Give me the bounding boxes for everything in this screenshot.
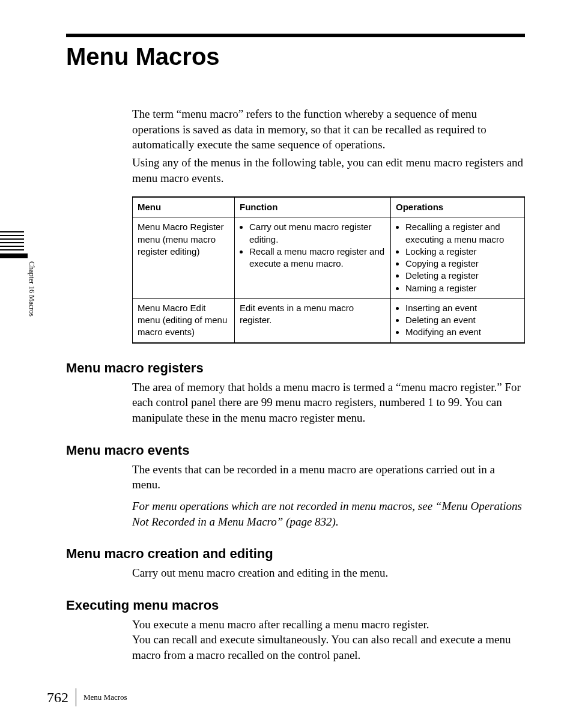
cell-operations: Recalling a register and executing a men… bbox=[391, 217, 525, 299]
operation-item: Modifying an event bbox=[405, 326, 520, 338]
text-registers: The area of memory that holds a menu mac… bbox=[132, 380, 525, 426]
body-registers: The area of memory that holds a menu mac… bbox=[132, 380, 525, 426]
heading-events: Menu macro events bbox=[66, 443, 525, 458]
operation-item: Recalling a register and executing a men… bbox=[405, 221, 520, 246]
heading-registers: Menu macro registers bbox=[66, 360, 525, 376]
table-header-row: Menu Function Operations bbox=[133, 197, 525, 217]
cell-menu: Menu Macro Edit menu (editing of menu ma… bbox=[133, 298, 235, 342]
menu-function-table: Menu Function Operations Menu Macro Regi… bbox=[132, 196, 525, 344]
footer-divider bbox=[76, 688, 76, 706]
footer-title: Menu Macros bbox=[83, 693, 127, 702]
text-events-ref: For menu operations which are not record… bbox=[132, 499, 525, 529]
operation-item: Inserting an event bbox=[405, 302, 520, 314]
page-number: 762 bbox=[47, 690, 76, 706]
body-creation: Carry out menu macro creation and editin… bbox=[132, 565, 525, 581]
cell-function: Edit events in a menu macro register. bbox=[235, 298, 391, 342]
function-item: Carry out menu macro register editing. bbox=[249, 221, 386, 246]
footer: 762 Menu Macros bbox=[47, 688, 127, 706]
heading-creation: Menu macro creation and editing bbox=[66, 546, 525, 562]
operation-item: Deleting a register bbox=[405, 270, 520, 282]
intro-block: The term “menu macro” refers to the func… bbox=[132, 106, 525, 344]
cell-operations: Inserting an event Deleting an event Mod… bbox=[391, 298, 525, 342]
body-events: The events that can be recorded in a men… bbox=[132, 462, 525, 530]
text-events-1: The events that can be recorded in a men… bbox=[132, 462, 525, 493]
body-executing: You execute a menu macro after recalling… bbox=[132, 617, 525, 663]
thumb-tab-icon bbox=[0, 228, 28, 258]
intro-paragraph-1: The term “menu macro” refers to the func… bbox=[132, 106, 525, 153]
th-operations: Operations bbox=[391, 197, 525, 217]
operation-item: Deleting an event bbox=[405, 314, 520, 326]
th-function: Function bbox=[235, 197, 391, 217]
page-title: Menu Macros bbox=[66, 43, 525, 70]
operation-item: Copying a register bbox=[405, 258, 520, 270]
table-row: Menu Macro Edit menu (editing of menu ma… bbox=[133, 298, 525, 342]
operation-item: Locking a register bbox=[405, 246, 520, 258]
svg-rect-6 bbox=[0, 253, 28, 258]
cell-function: Carry out menu macro register editing. R… bbox=[235, 217, 391, 299]
th-menu: Menu bbox=[133, 197, 235, 217]
page: Chapter 16 Macros Menu Macros The term “… bbox=[0, 0, 573, 728]
heading-executing: Executing menu macros bbox=[66, 598, 525, 613]
table-row: Menu Macro Register menu (menu macro reg… bbox=[133, 217, 525, 299]
text-creation: Carry out menu macro creation and editin… bbox=[132, 565, 525, 581]
title-rule bbox=[66, 34, 525, 37]
intro-paragraph-2: Using any of the menus in the following … bbox=[132, 155, 525, 186]
text-executing: You execute a menu macro after recalling… bbox=[132, 617, 525, 663]
function-item: Recall a menu macro register and execute… bbox=[249, 246, 386, 270]
cell-menu: Menu Macro Register menu (menu macro reg… bbox=[133, 217, 235, 299]
sidebar-chapter-label: Chapter 16 Macros bbox=[27, 261, 36, 317]
operation-item: Naming a register bbox=[405, 282, 520, 294]
